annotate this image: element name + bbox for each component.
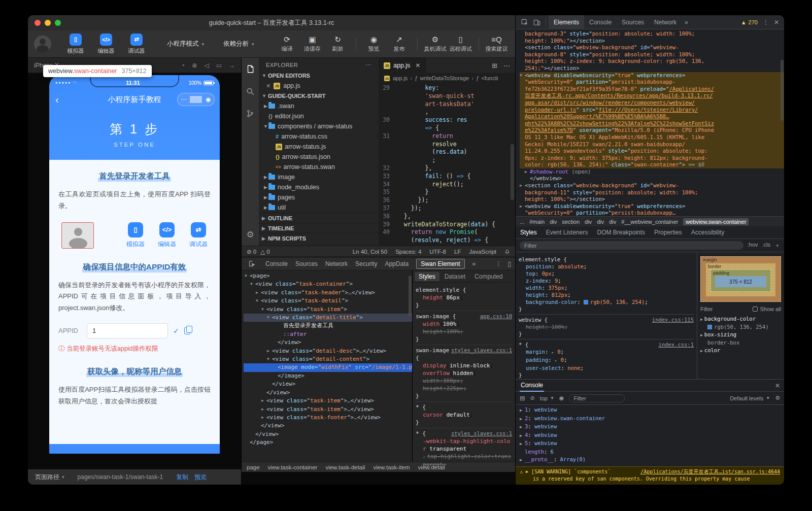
dom-node[interactable]: "webSecurity=0" partition="persist:baidu… — [520, 79, 784, 86]
code-area[interactable]: 29 key: 'swan-quick-st art-tasksData' ,3… — [379, 83, 515, 246]
close-icon[interactable]: ✕ — [266, 83, 270, 89]
styles-filter-input[interactable] — [520, 241, 743, 250]
more-tabs-icon[interactable]: » — [472, 260, 476, 267]
eye-icon[interactable]: ◉ — [559, 395, 564, 401]
breadcrumb-item[interactable]: section — [562, 219, 580, 225]
dom-node[interactable]: ▼<view class="task-container"> — [244, 280, 412, 288]
dom-node[interactable]: Gecko) Mobile/15E217 swan/2.21.0 swan-ba… — [520, 141, 784, 148]
context-select[interactable]: top ▼ — [540, 395, 554, 401]
breadcrumb-item[interactable]: writeDataToStorage — [420, 75, 469, 81]
console-tab[interactable]: Console — [520, 380, 544, 392]
dom-node[interactable]: </webview> — [520, 175, 784, 182]
close-icon[interactable]: ✕ — [775, 382, 780, 389]
computed-property[interactable]: ▶box-sizing — [700, 331, 781, 339]
inspect-icon[interactable] — [246, 260, 258, 267]
dom-node[interactable]: color: rgb(50, 136, 254);" class="swan-c… — [520, 161, 784, 168]
stylesheet-link[interactable]: app.css:10 — [480, 313, 512, 320]
dom-node[interactable]: </view> — [244, 389, 412, 397]
capsule-menu[interactable]: ⋯ ◉ — [177, 93, 215, 106]
source-control-icon[interactable] — [245, 109, 255, 119]
tab-security[interactable]: Security — [355, 260, 377, 267]
sim-editor-button[interactable]: </>编辑器 — [158, 222, 176, 249]
tab-appdata[interactable]: AppData — [385, 260, 409, 267]
dom-node[interactable]: ▼<view class="task-item"> — [244, 305, 412, 314]
bell-icon[interactable] — [504, 249, 510, 254]
inspect-icon[interactable] — [519, 19, 531, 26]
warnings-indicator[interactable]: △ 0 — [260, 248, 269, 255]
dom-node[interactable]: </view> — [244, 422, 412, 430]
box-model-padding[interactable]: padding 375 × 812 — [710, 269, 771, 292]
box-model-margin[interactable]: margin border padding 375 × 812 — [700, 256, 781, 302]
editor-mode-button[interactable]: </>编辑器 — [95, 33, 117, 55]
device-toolbar-icon[interactable] — [531, 19, 543, 26]
dom-node[interactable]: Application%20Support/%E7%99%BE%E5%BA%A6… — [520, 113, 784, 120]
preview-path-link[interactable]: 预览 — [194, 473, 207, 482]
dom-node[interactable]: <section class="webview-background" id="… — [520, 44, 784, 51]
dom-node[interactable]: height: 100%; z-index: 9; background-col… — [520, 58, 784, 65]
dom-node[interactable]: ▶<view class="task-footer">…</view> — [244, 414, 412, 422]
search-suggest-button[interactable]: ≡Q搜索建议 — [484, 35, 510, 53]
dom-node[interactable]: <image mode="widthFix" src="/image/1-1.p… — [244, 363, 412, 371]
tree-item-editor-json[interactable]: {}editor.json — [259, 111, 379, 121]
css-property[interactable]: width: 375px; — [519, 284, 694, 291]
console-entry[interactable]: ▶3: webview — [520, 423, 780, 431]
breadcrumb-item[interactable]: app.js — [393, 75, 408, 81]
publish-button[interactable]: ↗发布 — [387, 35, 412, 53]
breadcrumb-item[interactable]: view.task-detail — [325, 464, 365, 470]
breadcrumb-item[interactable]: div — [550, 219, 557, 225]
more-icon[interactable]: ⋯ — [178, 96, 190, 103]
tree-item-arrow-status-css[interactable]: #arrow-status.css — [259, 131, 379, 142]
warning-source-link[interactable]: /Applications/百度开发者工具…ist/san.ssr.js:464… — [640, 468, 780, 475]
tab-styles[interactable]: Styles — [516, 229, 542, 236]
breadcrumb-item[interactable]: view.task-container — [268, 464, 318, 470]
dom-node[interactable]: background-11" style="position: absolute… — [520, 189, 784, 196]
tab-console[interactable]: Console — [584, 15, 617, 29]
css-property[interactable]: height:225px; — [416, 385, 512, 392]
breadcrumb-item[interactable]: view.task-item — [373, 464, 410, 470]
breadcrumb-item[interactable]: page — [247, 464, 260, 470]
open-editors-section[interactable]: ▼ OPEN EDITORS — [259, 71, 379, 81]
rotate-device-icon[interactable]: ▭ — [216, 62, 222, 69]
dom-node[interactable]: 254);"></section> — [520, 65, 784, 72]
globe-icon[interactable]: ⊕ — [192, 62, 197, 69]
console-settings-icon[interactable]: ⚙ — [775, 395, 780, 401]
tree-item-util[interactable]: ▶util — [259, 202, 379, 213]
refresh-button[interactable]: ↻刷新 — [325, 35, 351, 53]
tree-item-image[interactable]: ▶image — [259, 172, 379, 182]
encoding[interactable]: UTF-8 — [429, 249, 446, 255]
dom-node[interactable]: ▼<webview disablewebsecurity="true" webp… — [520, 72, 784, 79]
expand-arrow-icon[interactable]: ▶ — [526, 468, 528, 475]
miniprogram-mode-select[interactable]: 小程序模式 ▾ — [167, 40, 204, 48]
tab-swan-element[interactable]: Swan Element — [416, 259, 464, 269]
computed-filter[interactable]: Filter — [700, 306, 713, 312]
tree-item-node-modules[interactable]: ▶node_modules — [259, 182, 379, 192]
tab-sources[interactable]: Sources — [617, 15, 649, 29]
dom-node[interactable]: 11.24.0.255 swandevtools" style="positio… — [520, 148, 784, 155]
dom-node[interactable]: ▼<view class="task-detail"> — [244, 297, 412, 305]
breadcrumb-item[interactable]: div — [585, 219, 592, 225]
tab-dom-breakpoints[interactable]: DOM Breakpoints — [592, 229, 650, 236]
stylesheet-link[interactable]: index.css:1 — [658, 341, 694, 348]
tab-app-js[interactable]: JS app.js ✕ — [379, 58, 426, 73]
css-property[interactable]: margin: ▸ 0; — [519, 348, 694, 356]
more-icon[interactable]: ⋯ — [366, 61, 371, 68]
dom-node[interactable]: </view> — [244, 430, 412, 438]
speaker-icon[interactable]: ◁ — [204, 62, 209, 69]
remote-debug-button[interactable]: ▯远程调试 — [448, 35, 473, 53]
dom-node[interactable]: </view> — [244, 338, 412, 347]
tab-accessibility[interactable]: Accessibility — [687, 229, 729, 236]
errors-indicator[interactable]: ⊘ 0 — [247, 248, 256, 255]
css-property[interactable]: -webkit-tap-highlight-color:transparent; — [416, 437, 512, 453]
tab-network[interactable]: Network — [325, 260, 348, 267]
console-entry[interactable]: length: 6 — [520, 448, 780, 456]
dom-node[interactable]: ▶<view class="detail-desc">…</view> — [244, 347, 412, 355]
more-tabs-icon[interactable]: » — [682, 15, 691, 29]
dependency-analysis-select[interactable]: 依赖分析 ▾ — [223, 40, 254, 48]
css-property[interactable]: padding: ▸ 0; — [519, 356, 694, 364]
tab-event-listeners[interactable]: Event Listeners — [542, 229, 593, 236]
css-property[interactable]: display:inline-block; — [416, 362, 512, 369]
css-property[interactable]: height:100%; — [416, 328, 512, 335]
sim-debugger-button[interactable]: ⇄调试器 — [189, 222, 208, 249]
scrollbar-thumb[interactable] — [781, 60, 784, 121]
cursor-position[interactable]: Ln 40, Col 50 — [353, 249, 387, 255]
